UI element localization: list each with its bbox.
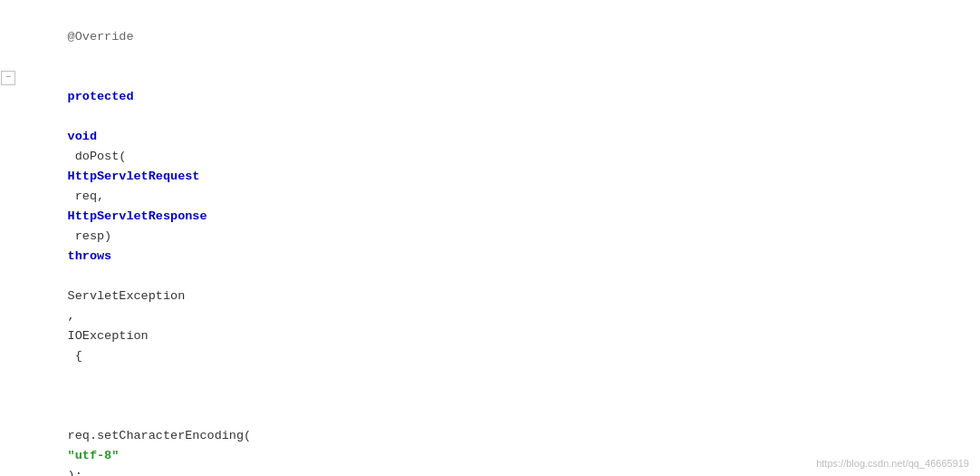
code-line-2: − protected void doPost( HttpServletRequ… — [0, 67, 980, 386]
type-httpservletrequest: HttpServletRequest — [68, 170, 200, 183]
line-content-1: @Override — [16, 7, 980, 67]
watermark: https://blog.csdn.net/qq_46665919 — [816, 458, 969, 469]
type-httpservletresponse: HttpServletResponse — [68, 209, 207, 223]
kw-protected: protected — [68, 90, 134, 103]
kw-void: void — [68, 130, 97, 143]
code-line-1: @Override — [0, 7, 980, 67]
left-gutter-2: − — [0, 71, 16, 85]
exception-ioexception: IOException — [68, 329, 149, 343]
fold-icon-2[interactable]: − — [1, 71, 15, 85]
string-utf8: "utf-8" — [68, 449, 120, 462]
exception-servlet: ServletException — [68, 289, 186, 303]
kw-throws: throws — [68, 249, 112, 263]
line-content-2: protected void doPost( HttpServletReques… — [16, 67, 980, 386]
annotation-override: @Override — [68, 30, 134, 44]
code-editor: @Override − protected void doPost( HttpS… — [0, 0, 980, 476]
